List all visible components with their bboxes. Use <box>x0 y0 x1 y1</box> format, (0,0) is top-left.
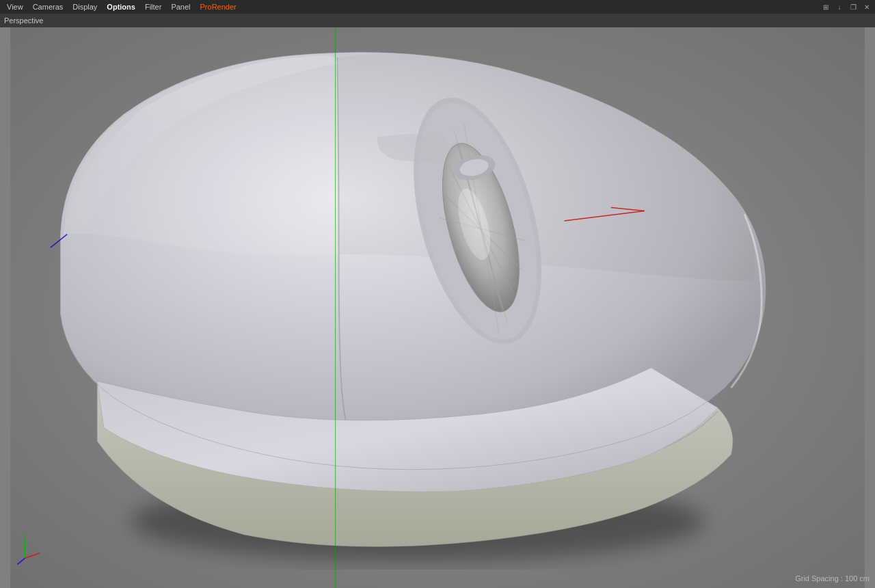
menu-options[interactable]: Options <box>103 2 139 12</box>
menu-filter[interactable]: Filter <box>141 2 165 12</box>
menu-cameras[interactable]: Cameras <box>29 2 68 12</box>
restore-icon[interactable]: ❐ <box>848 1 859 12</box>
menu-prorender[interactable]: ProRender <box>196 2 241 12</box>
viewport[interactable]: Y Grid Spacing : 100 cm <box>0 27 875 588</box>
grid-spacing-label: Grid Spacing : 100 cm <box>795 574 870 583</box>
viewport-label-bar: Perspective <box>0 14 875 27</box>
perspective-label: Perspective <box>4 16 43 25</box>
svg-line-21 <box>17 558 25 564</box>
title-bar-controls: ⊞ ↓ ❐ ✕ <box>820 1 872 12</box>
app: View Cameras Display Options Filter Pane… <box>0 0 875 588</box>
menu-view[interactable]: View <box>3 2 27 12</box>
menu-panel[interactable]: Panel <box>167 2 194 12</box>
close-icon[interactable]: ✕ <box>861 1 872 12</box>
axis-indicator: Y <box>14 533 48 567</box>
title-bar: View Cameras Display Options Filter Pane… <box>0 0 875 14</box>
svg-text:Y: Y <box>23 533 26 538</box>
svg-line-20 <box>25 553 40 558</box>
menu-display[interactable]: Display <box>68 2 101 12</box>
grid-icon[interactable]: ⊞ <box>820 1 831 12</box>
arrow-down-icon[interactable]: ↓ <box>834 1 845 12</box>
mouse-3d-render <box>0 27 875 588</box>
menu-bar: View Cameras Display Options Filter Pane… <box>3 2 241 12</box>
